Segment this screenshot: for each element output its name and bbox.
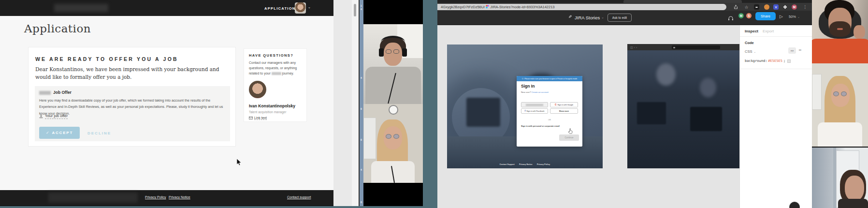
- photo-monitor-silhouette: [466, 98, 500, 127]
- scrollbar-thumb[interactable]: [354, 4, 356, 16]
- collaborator-avatar-s[interactable]: S: [746, 13, 752, 19]
- sliver-digit: 1: [361, 4, 362, 7]
- torso-shape: [818, 122, 862, 147]
- share-button[interactable]: Share: [755, 12, 776, 20]
- screen: APPLICATION ⌄ Application WE ARE READY T…: [0, 0, 868, 208]
- code-view-button[interactable]: <>: [788, 47, 796, 54]
- chevron-down-icon[interactable]: ⌄: [601, 15, 604, 19]
- video-participant-orange-shirt-man: [812, 0, 868, 63]
- contact-manager-link[interactable]: Link text: [249, 116, 267, 120]
- mockup-url-pill: [672, 45, 720, 49]
- glasses-lens: [386, 134, 391, 139]
- chevron-down-icon: ⌄: [797, 15, 800, 18]
- google-button-label: Sign in with Google: [557, 104, 573, 106]
- manager-avatar: [249, 81, 266, 98]
- browser-navbar: 4Gxygk2BzqxD7tFzDz56U/ JIRA-Stories?node…: [437, 3, 812, 11]
- css-property: background:: [745, 59, 767, 63]
- privacy-policy-link[interactable]: Privacy Policy: [145, 195, 166, 199]
- video-participant-man-headset: [363, 24, 423, 104]
- collaborator-avatar-m[interactable]: M: [738, 13, 744, 19]
- table-view-button[interactable]: ≡: [798, 48, 802, 52]
- nav-item-application[interactable]: APPLICATION: [264, 6, 296, 11]
- chevron-down-icon: ⌄: [753, 50, 756, 53]
- panel-divider: [740, 36, 812, 37]
- video-participant-blonde-woman-2: [812, 63, 868, 147]
- mockup-privacy-policy-link[interactable]: Privacy Policy: [537, 163, 550, 165]
- browser-profile-avatar[interactable]: M: [792, 4, 797, 10]
- privacy-notice-link[interactable]: Privacy Notice: [169, 195, 190, 199]
- contact-support-link[interactable]: Contact support: [287, 195, 311, 199]
- questions-body: Contact our managers with any questions,…: [249, 60, 303, 76]
- sliver-digit: 0: [361, 107, 362, 110]
- url-suffix: JIRA-Stories?node-id=6933%3A142213: [490, 5, 554, 9]
- mockup-contact-support-link[interactable]: Contact Support: [500, 163, 515, 165]
- extension-orange-icon[interactable]: [764, 4, 769, 10]
- show-more-button[interactable]: Show more: [550, 108, 578, 114]
- new-user-row: New user? Create an account: [521, 91, 549, 93]
- headset-earcup: [402, 48, 407, 57]
- headset-earcup: [379, 48, 384, 57]
- zoom-level: 50%: [789, 15, 796, 19]
- share-page-icon[interactable]: [733, 4, 738, 10]
- manager-name: Ivan Konstantinopolsky: [249, 104, 295, 108]
- check-icon: ✓: [46, 131, 50, 135]
- color-swatch[interactable]: [787, 59, 791, 63]
- css-dropdown[interactable]: CSS ⌄: [745, 49, 756, 54]
- app-header: APPLICATION ⌄: [0, 0, 333, 16]
- scrollbar-track[interactable]: [352, 0, 359, 208]
- office-photo-frame[interactable]: ◫ ‹ ›: [627, 44, 739, 168]
- extension-v-icon[interactable]: V: [773, 4, 779, 10]
- glasses-lens: [841, 91, 847, 96]
- contact-link-label[interactable]: Link text: [254, 116, 267, 120]
- tab-inspect[interactable]: Inspect: [745, 29, 758, 33]
- torso-shape: [812, 39, 868, 63]
- signin-mockup-frame[interactable]: ⓘ Please make sure your browser is open …: [447, 45, 603, 168]
- sliver-digit: 0: [361, 138, 362, 141]
- url-prefix: 4Gxygk2BzqxD7tFzDz56U/: [441, 5, 485, 9]
- window-controls: ◫ ‹ ›: [630, 45, 637, 49]
- blurred-signin-button[interactable]: [521, 102, 548, 107]
- glasses-lens: [393, 134, 399, 139]
- download-icon: [39, 114, 43, 119]
- headphones-icon[interactable]: [728, 14, 734, 23]
- mouse-cursor: [236, 158, 242, 168]
- photo-person-silhouette: [656, 63, 676, 86]
- bookmark-star-icon[interactable]: ☆: [744, 4, 749, 10]
- tab-export[interactable]: Export: [763, 29, 774, 33]
- hand-cursor-icon: [568, 127, 573, 136]
- facebook-signin-button[interactable]: f Sign in with Facebook: [521, 108, 548, 114]
- offer-intro: Dear Konstantinos, we have been impresse…: [35, 66, 230, 81]
- chevron-down-icon[interactable]: ⌄: [308, 5, 311, 9]
- create-account-link[interactable]: Create an account: [532, 91, 549, 93]
- face-shape: [845, 176, 864, 201]
- signin-title: Sign In: [521, 84, 535, 89]
- mockup-footer-links: Contact Support Privacy Notice Privacy P…: [447, 163, 603, 165]
- questions-title: HAVE QUESTIONS?: [249, 53, 293, 58]
- figma-canvas[interactable]: ⓘ Please make sure your browser is open …: [437, 25, 739, 208]
- user-avatar[interactable]: [295, 2, 306, 14]
- accept-button[interactable]: ✓ ACCEPT: [39, 127, 80, 139]
- glasses-lens: [393, 49, 399, 54]
- facebook-icon: f: [525, 110, 526, 112]
- call-app-background: [423, 0, 437, 208]
- css-label: CSS: [745, 49, 752, 54]
- download-link-label[interactable]: Your job offer: [45, 114, 68, 119]
- ask-to-edit-button[interactable]: Ask to edit: [608, 14, 632, 22]
- figma-file-name[interactable]: JIRA Stories: [575, 15, 600, 20]
- new-user-prompt: New user?: [521, 91, 531, 93]
- job-offer-panel: Job Offer Here you may find a downloadab…: [35, 86, 230, 141]
- mockup-privacy-notice-link[interactable]: Privacy Notice: [519, 163, 533, 165]
- decline-button[interactable]: DECLINE: [87, 131, 111, 135]
- panel-title: Job Offer: [53, 90, 72, 95]
- zoom-level-control[interactable]: 50% ⌄: [789, 15, 800, 19]
- css-value: #E5E5E5: [768, 59, 782, 63]
- extension-dark-icon[interactable]: [754, 4, 759, 10]
- extensions-puzzle-icon[interactable]: [782, 4, 788, 10]
- google-signin-button[interactable]: G Sign in with Google: [550, 102, 578, 107]
- whiteboard: [812, 74, 822, 110]
- present-play-icon[interactable]: ▷: [780, 14, 783, 19]
- blurred-company-name: [39, 91, 51, 95]
- url-bar[interactable]: 4Gxygk2BzqxD7tFzDz56U/ JIRA-Stories?node…: [437, 4, 726, 10]
- download-offer-link[interactable]: Your job offer: [39, 114, 68, 119]
- browser-menu-icon[interactable]: ⋮: [802, 4, 808, 10]
